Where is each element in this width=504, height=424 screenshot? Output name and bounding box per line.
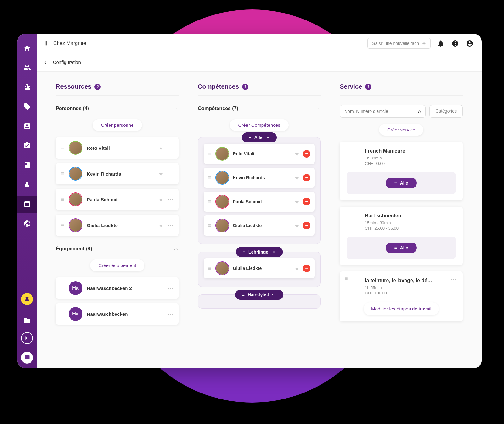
service-search[interactable]: ⌕ <box>340 105 426 118</box>
equipment-card[interactable]: ≡ Ha Haarwaschbecken ⋯ <box>56 303 179 325</box>
service-search-input[interactable] <box>344 109 415 114</box>
service-card[interactable]: ≡ ⋯ Bart schneiden 15min - 30min CHF 25.… <box>340 207 463 265</box>
nav-users[interactable] <box>17 59 37 76</box>
drag-handle-icon[interactable]: ≡ <box>61 222 64 229</box>
drag-handle-icon[interactable]: ≡ <box>345 146 348 152</box>
persons-section-label: Personnes (4) <box>56 106 89 111</box>
drag-handle-icon[interactable]: ≡ <box>345 211 348 217</box>
nav-book[interactable] <box>17 157 37 174</box>
more-icon[interactable]: ⋯ <box>272 293 276 297</box>
drag-handle-icon[interactable]: ≡ <box>61 196 64 203</box>
skill-group-tag[interactable]: ≡ Alle ⋯ <box>242 132 277 142</box>
more-icon[interactable]: ⋯ <box>451 146 457 153</box>
drag-handle-icon[interactable]: ≡ <box>61 170 64 177</box>
drag-handle-icon[interactable]: ≡ <box>242 292 245 297</box>
more-icon[interactable]: ⋯ <box>167 285 174 292</box>
more-icon[interactable]: ⋯ <box>167 222 174 229</box>
nav-contacts[interactable] <box>17 118 37 135</box>
skill-member-card[interactable]: ≡ Reto Vitali ★ − <box>204 144 315 164</box>
drag-handle-icon[interactable]: ≡ <box>208 151 212 157</box>
star-icon[interactable]: ★ <box>295 175 299 181</box>
equipment-section-toggle[interactable]: Équipement (9) ︿ <box>56 245 179 252</box>
create-service-button[interactable]: Créer service <box>379 124 423 136</box>
service-card[interactable]: ≡ ⋯ French Manicure 1h 00min CHF 90.00 ≡… <box>340 142 463 200</box>
drag-handle-icon[interactable]: ≡ <box>208 265 212 272</box>
skill-member-card[interactable]: ≡ Paula Schmid ★ − <box>204 192 315 212</box>
person-card[interactable]: ≡ Kevin Richards ★ ⋯ <box>56 163 179 184</box>
star-icon[interactable]: ★ <box>295 223 299 229</box>
star-icon[interactable]: ★ <box>295 151 299 157</box>
remove-button[interactable]: − <box>303 222 310 229</box>
person-card[interactable]: ≡ Giulia Liedkte ★ ⋯ <box>56 215 179 236</box>
drag-handle-icon[interactable]: ≡ <box>249 135 251 140</box>
skill-member-card[interactable]: ≡ Kevin Richards ★ − <box>204 168 315 188</box>
help-badge-icon[interactable]: ? <box>94 84 101 90</box>
service-tag[interactable]: ≡ Alle <box>386 243 417 253</box>
new-task-input[interactable]: Saisir une nouvelle tâch ⊕ <box>367 38 431 49</box>
skills-section-toggle[interactable]: Compétences (7) ︿ <box>198 105 321 112</box>
service-tag[interactable]: ≡ Alle <box>386 178 417 188</box>
star-icon[interactable]: ★ <box>295 199 299 205</box>
skill-member-card[interactable]: ≡ Giulia Liedkte ★ − <box>204 215 315 236</box>
nav-folder[interactable] <box>17 312 37 329</box>
profile-icon[interactable] <box>465 39 474 48</box>
drag-handle-icon[interactable]: ≡ <box>61 311 64 317</box>
drag-handle-icon[interactable]: ≡ <box>243 249 245 254</box>
star-icon[interactable]: ★ <box>159 171 163 177</box>
nav-calendar[interactable] <box>17 196 37 213</box>
drag-handle-icon[interactable]: ≡ <box>61 285 64 292</box>
more-icon[interactable]: ⋯ <box>167 196 174 203</box>
create-skill-button[interactable]: Créer Compétences <box>230 119 288 131</box>
star-icon[interactable]: ★ <box>159 145 163 151</box>
drag-handle-icon[interactable]: ≡ <box>208 175 212 181</box>
nav-globe[interactable] <box>17 215 37 232</box>
person-card[interactable]: ≡ Reto Vitali ★ ⋯ <box>56 137 179 159</box>
drag-handle-icon[interactable]: ≡ <box>345 276 348 282</box>
drag-handle-icon[interactable]: ≡ <box>208 222 212 229</box>
drag-handle-icon[interactable]: ≡ <box>61 145 64 151</box>
help-badge-icon[interactable]: ? <box>365 84 371 90</box>
drag-handle-icon[interactable]: ≡ <box>394 181 397 186</box>
notifications-icon[interactable] <box>436 39 445 48</box>
more-icon[interactable]: ⋯ <box>167 310 174 317</box>
star-icon[interactable]: ★ <box>159 197 163 203</box>
back-button[interactable]: ‹ <box>44 59 47 66</box>
more-icon[interactable]: ⋯ <box>265 135 270 140</box>
nav-logo[interactable] <box>17 332 37 349</box>
remove-button[interactable]: − <box>303 150 310 158</box>
create-person-button[interactable]: Créer personne <box>93 119 142 131</box>
person-card[interactable]: ≡ Paula Schmid ★ ⋯ <box>56 189 179 210</box>
categories-button[interactable]: Catégories <box>429 105 463 118</box>
nav-home[interactable] <box>17 40 37 57</box>
skill-group-tag[interactable]: ≡ Lehrlinge ⋯ <box>236 247 283 257</box>
help-icon[interactable] <box>451 39 460 48</box>
skill-group-tag[interactable]: ≡ Hairstylist ⋯ <box>235 290 284 300</box>
drag-handle-icon[interactable]: ≡ <box>394 245 397 250</box>
create-equipment-button[interactable]: Créer équipement <box>90 259 144 271</box>
equipment-card[interactable]: ≡ Ha Haarwaschbecken 2 ⋯ <box>56 277 179 299</box>
more-icon[interactable]: ⋯ <box>167 170 174 177</box>
skill-member-card[interactable]: ≡ Giulia Liedkte ★ − <box>204 258 315 278</box>
more-icon[interactable]: ⋯ <box>451 211 457 218</box>
more-icon[interactable]: ⋯ <box>451 276 457 283</box>
menu-toggle-icon[interactable]: ⦀ <box>44 40 47 47</box>
star-icon[interactable]: ★ <box>159 222 163 228</box>
remove-button[interactable]: − <box>303 174 310 181</box>
more-icon[interactable]: ⋯ <box>167 144 174 151</box>
service-card[interactable]: ≡ ⋯ la teinture, le lavage, le dé… 1h 55… <box>340 271 463 321</box>
nav-tasks[interactable] <box>17 137 37 154</box>
star-icon[interactable]: ★ <box>295 265 299 271</box>
drag-handle-icon[interactable]: ≡ <box>208 198 212 205</box>
more-icon[interactable]: ⋯ <box>271 250 276 254</box>
nav-badge-yellow[interactable] <box>17 293 37 310</box>
nav-chat[interactable] <box>17 351 37 368</box>
nav-tag[interactable] <box>17 98 37 115</box>
nav-stats[interactable] <box>17 176 37 193</box>
help-badge-icon[interactable]: ? <box>242 84 248 90</box>
persons-section-toggle[interactable]: Personnes (4) ︿ <box>56 105 179 112</box>
nav-building[interactable] <box>17 79 37 96</box>
remove-button[interactable]: − <box>303 265 310 272</box>
service-title: French Manicure <box>365 148 456 154</box>
modify-steps-button[interactable]: Modifier les étapes de travail <box>364 302 439 315</box>
remove-button[interactable]: − <box>303 198 310 205</box>
